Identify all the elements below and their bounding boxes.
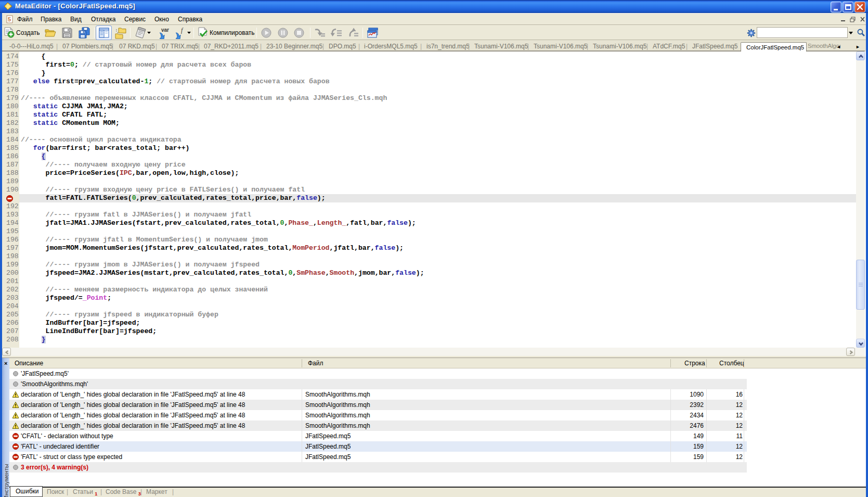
svg-text:f: f [181,27,184,34]
svg-text:5: 5 [8,16,11,22]
svg-text:var: var [161,27,169,33]
